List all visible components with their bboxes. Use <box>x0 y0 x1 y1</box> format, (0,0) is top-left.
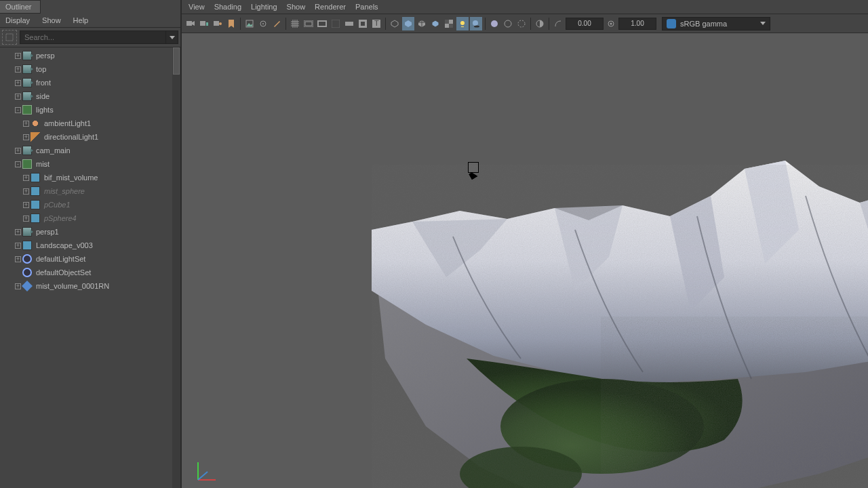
resolution-gate-icon[interactable] <box>316 17 328 30</box>
mesh-icon <box>31 214 40 223</box>
svg-text:T: T <box>374 20 379 27</box>
expander-icon[interactable]: + <box>15 229 21 235</box>
gate-mask-icon[interactable] <box>330 17 342 30</box>
field-chart-icon[interactable] <box>343 17 355 30</box>
tree-item-label: lights <box>36 106 54 114</box>
grease-pencil-icon[interactable] <box>271 17 283 30</box>
view-axis-gizmo[interactable] <box>194 457 221 484</box>
colorspace-dropdown[interactable]: sRGB gamma <box>662 17 770 30</box>
svg-rect-22 <box>445 20 449 24</box>
tree-item-defaultLightSet[interactable]: +defaultLightSet <box>0 252 180 266</box>
expander-icon[interactable]: + <box>15 80 21 86</box>
2d-pan-icon[interactable] <box>257 17 269 30</box>
tree-item-Landscape_v003[interactable]: +Landscape_v003 <box>0 239 180 252</box>
expander-icon[interactable]: + <box>15 283 21 289</box>
expander-icon[interactable]: + <box>15 243 21 249</box>
expander-icon[interactable]: + <box>23 121 29 127</box>
lock-camera-icon[interactable] <box>198 17 210 30</box>
svg-point-32 <box>610 22 612 24</box>
tree-item-defaultObjectSet[interactable]: defaultObjectSet <box>0 266 180 279</box>
exposure-adjust-icon[interactable] <box>605 17 617 30</box>
expander-icon[interactable]: + <box>23 188 29 195</box>
outliner-menu-show[interactable]: Show <box>42 16 61 24</box>
tree-item-ambientLight1[interactable]: +ambientLight1 <box>0 117 180 130</box>
shadows-icon[interactable] <box>470 17 482 30</box>
smooth-shade-icon[interactable] <box>402 17 414 30</box>
xray-icon[interactable] <box>502 17 514 30</box>
bookmark-icon[interactable] <box>225 17 237 30</box>
outliner-scrollbar[interactable] <box>172 47 180 488</box>
expander-icon[interactable]: + <box>15 53 21 59</box>
vp-menu-view[interactable]: View <box>189 3 205 11</box>
svg-point-6 <box>219 22 222 25</box>
svg-rect-36 <box>643 331 868 481</box>
expander-icon[interactable]: - <box>15 161 21 167</box>
tree-item-side[interactable]: +side <box>0 89 180 103</box>
tree-item-persp1[interactable]: +persp1 <box>0 225 180 239</box>
tree-item-label: side <box>36 92 50 100</box>
outliner-tree: +persp+top+front+side-lights+ambientLigh… <box>0 47 180 488</box>
sun-icon <box>31 119 40 128</box>
cam-icon <box>22 64 32 74</box>
expander-icon[interactable]: - <box>15 107 21 113</box>
tree-item-directionalLight1[interactable]: +directionalLight1 <box>0 130 180 144</box>
expander-icon[interactable]: + <box>23 134 29 140</box>
expander-icon[interactable]: + <box>15 256 21 262</box>
gamma-value-field[interactable]: 0.00 <box>566 18 604 30</box>
cam-icon <box>22 78 32 87</box>
tree-item-top[interactable]: +top <box>0 62 180 76</box>
grid-icon[interactable] <box>289 17 301 30</box>
gamma-icon[interactable] <box>552 17 564 30</box>
tree-item-mist_volume_0001RN[interactable]: +mist_volume_0001RN <box>0 279 180 293</box>
vp-menu-show[interactable]: Show <box>287 3 306 11</box>
outliner-menu-help[interactable]: Help <box>73 16 89 24</box>
expander-icon[interactable]: + <box>15 94 21 100</box>
vp-menu-shading[interactable]: Shading <box>214 3 241 11</box>
tree-item-label: front <box>36 79 51 87</box>
expander-icon[interactable]: + <box>23 202 29 208</box>
outliner-menu-display[interactable]: Display <box>5 16 30 24</box>
tree-item-label: ambientLight1 <box>44 119 91 127</box>
outliner-filter-icon[interactable] <box>2 30 17 45</box>
use-all-lights-icon[interactable] <box>456 17 469 30</box>
tree-item-persp[interactable]: +persp <box>0 49 180 62</box>
tree-item-pCube1[interactable]: +pCube1 <box>0 198 180 211</box>
outliner-tab[interactable]: Outliner <box>0 0 41 14</box>
tree-item-bif_mist_volume[interactable]: +bif_mist_volume <box>0 171 180 184</box>
select-camera-icon[interactable] <box>184 17 197 30</box>
exposure-icon[interactable] <box>534 17 546 30</box>
textured-icon[interactable] <box>443 17 455 30</box>
vp-menu-panels[interactable]: Panels <box>355 3 378 11</box>
3d-viewport[interactable] <box>182 33 868 488</box>
set-icon <box>22 254 32 264</box>
xray-joints-icon[interactable] <box>515 17 528 30</box>
search-input[interactable] <box>20 30 166 44</box>
expander-icon[interactable]: + <box>23 175 29 181</box>
safe-action-icon[interactable] <box>357 17 369 30</box>
exposure-value-field[interactable]: 1.00 <box>618 18 656 30</box>
vp-menu-lighting[interactable]: Lighting <box>251 3 277 11</box>
camera-settings-icon[interactable] <box>212 17 224 30</box>
expander-icon[interactable]: + <box>15 148 21 154</box>
tree-item-mist_sphere[interactable]: +mist_sphere <box>0 184 180 198</box>
image-plane-icon[interactable] <box>243 17 256 30</box>
use-default-material-icon[interactable] <box>416 17 428 30</box>
safe-title-icon[interactable]: T <box>370 17 382 30</box>
expander-icon[interactable]: + <box>15 66 21 73</box>
tree-item-label: mist <box>36 160 50 168</box>
wireframe-on-shaded-icon[interactable] <box>429 17 441 30</box>
film-gate-icon[interactable] <box>302 17 315 30</box>
tree-item-label: defaultLightSet <box>36 255 85 263</box>
tree-item-mist[interactable]: -mist <box>0 157 180 171</box>
isolate-select-icon[interactable] <box>488 17 500 30</box>
search-dropdown[interactable] <box>166 30 178 44</box>
svg-marker-8 <box>247 23 252 26</box>
tree-item-lights[interactable]: -lights <box>0 103 180 117</box>
tree-item-pSphere4[interactable]: +pSphere4 <box>0 211 180 225</box>
wireframe-icon[interactable] <box>389 17 401 30</box>
outliner-menu: Display Show Help <box>0 14 180 28</box>
tree-item-cam_main[interactable]: +cam_main <box>0 144 180 157</box>
tree-item-front[interactable]: +front <box>0 76 180 89</box>
expander-icon[interactable]: + <box>23 216 29 222</box>
vp-menu-renderer[interactable]: Renderer <box>315 3 346 11</box>
